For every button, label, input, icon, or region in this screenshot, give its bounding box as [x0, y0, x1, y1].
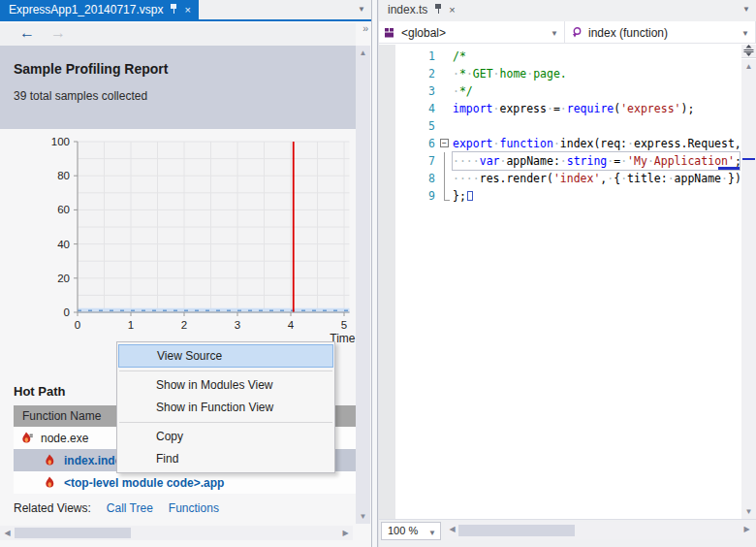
code-text[interactable]: };: [453, 187, 740, 205]
code-line-1[interactable]: 1/*: [379, 48, 741, 65]
context-menu: View SourceShow in Modules ViewShow in F…: [116, 341, 335, 473]
related-view-link-call-tree[interactable]: Call Tree: [107, 501, 153, 515]
line-number: 7: [395, 152, 435, 170]
code-text[interactable]: ·*·GET·home·page.: [453, 65, 740, 82]
tab-title: ExpressApp1_20140717.vspx: [9, 3, 163, 16]
editor-split-grip[interactable]: [741, 45, 756, 58]
code-text[interactable]: export·function·index(req:·express.Reque…: [453, 135, 740, 152]
tab-list-dropdown-icon[interactable]: ▼: [358, 5, 365, 14]
editor-vertical-scrollbar[interactable]: ▲ ▼: [741, 59, 756, 519]
report-horizontal-scrollbar[interactable]: ◀ ▶: [0, 526, 353, 540]
svg-text:5: 5: [341, 319, 347, 331]
svg-text:0: 0: [75, 319, 80, 331]
code-line-6[interactable]: 6−export·function·index(req:·express.Req…: [379, 135, 741, 152]
code-line-5[interactable]: 5: [379, 117, 741, 135]
split-handle-icon: [743, 45, 754, 56]
svg-text:2: 2: [181, 319, 187, 331]
cpu-usage-chart[interactable]: 020406080100012345Time: [24, 131, 359, 348]
line-number: 4: [395, 100, 435, 117]
related-view-link-functions[interactable]: Functions: [169, 501, 219, 515]
tab-index-ts[interactable]: index.ts ×: [379, 0, 463, 19]
chevron-down-icon: ▼: [428, 529, 436, 537]
scroll-down-icon[interactable]: ▼: [741, 504, 756, 519]
svg-text:1: 1: [128, 319, 134, 331]
fold-guide-line: [444, 152, 445, 170]
code-line-8[interactable]: 8····res.render('index',·{·title:·appNam…: [379, 170, 741, 187]
table-row[interactable]: <top-level module code>.app: [14, 471, 356, 494]
line-number: 1: [395, 48, 435, 65]
svg-text:3: 3: [235, 319, 240, 331]
toolbar-overflow-icon[interactable]: ››: [362, 23, 367, 34]
scroll-left-icon[interactable]: ◀: [0, 526, 15, 540]
chart-svg: 020406080100012345Time: [24, 131, 359, 348]
related-views-label: Related Views:: [14, 501, 91, 515]
scrollbar-thumb[interactable]: [15, 528, 131, 538]
right-tab-strip: index.ts × ▼: [379, 0, 756, 21]
close-icon[interactable]: ×: [449, 5, 455, 16]
code-line-3[interactable]: 3·*/: [379, 82, 741, 100]
member-dropdown[interactable]: index (function) ▼: [565, 21, 756, 44]
menu-separator: [119, 422, 332, 423]
line-number: 9: [395, 187, 435, 205]
report-title: Sample Profiling Report: [14, 61, 356, 77]
menu-item-copy[interactable]: Copy: [117, 426, 334, 448]
module-icon: [385, 28, 395, 38]
menu-item-show-in-modules-view[interactable]: Show in Modules View: [117, 374, 334, 397]
scope-dropdown[interactable]: <global> ▼: [379, 21, 565, 44]
scrollbar-thumb[interactable]: [458, 525, 575, 536]
code-text[interactable]: ····var·appName:·string·=·'My·Applicatio…: [453, 152, 740, 170]
code-line-2[interactable]: 2·*·GET·home·page.: [379, 65, 741, 82]
close-icon[interactable]: ×: [184, 5, 190, 16]
chevron-down-icon: ▼: [551, 29, 558, 38]
menu-item-show-in-function-view[interactable]: Show in Function View: [117, 397, 334, 419]
fold-margin-empty: [439, 48, 453, 65]
code-editor[interactable]: 1/*2·*·GET·home·page.3·*/4import·express…: [379, 45, 741, 519]
fold-guide-line: [444, 187, 445, 200]
code-text[interactable]: /*: [453, 48, 740, 65]
forward-button: →: [50, 24, 66, 42]
zoom-level-dropdown[interactable]: 100 % ▼: [381, 522, 441, 540]
code-line-7[interactable]: 7····var·appName:·string·=·'My·Applicati…: [379, 152, 741, 170]
editor-horizontal-scrollbar[interactable]: ◀ ▶: [445, 522, 754, 539]
editor-bottom-bar: 100 % ▼ ◀ ▶: [379, 519, 756, 540]
report-header: Sample Profiling Report 39 total samples…: [0, 46, 356, 129]
code-text[interactable]: ·*/: [453, 82, 740, 100]
pane-splitter[interactable]: [371, 0, 378, 547]
report-toolbar: ← → ››: [0, 23, 356, 46]
fold-margin: [439, 170, 453, 187]
scroll-up-icon[interactable]: ▲: [741, 59, 756, 74]
fold-margin: [439, 152, 453, 170]
fold-margin-empty: [439, 100, 453, 117]
svg-text:100: 100: [51, 136, 70, 147]
hot-path-title: Hot Path: [14, 384, 65, 399]
back-button[interactable]: ←: [19, 24, 35, 42]
menu-item-view-source[interactable]: View Source: [118, 344, 333, 368]
report-vertical-scrollbar[interactable]: ▲ ▼: [356, 46, 370, 524]
fold-guide-end: [444, 200, 450, 201]
line-number: 3: [395, 82, 435, 100]
scroll-right-icon[interactable]: ▶: [740, 522, 754, 536]
function-name[interactable]: <top-level module code>.app: [64, 476, 224, 490]
svg-text:4: 4: [288, 319, 295, 331]
chevron-down-icon: ▼: [741, 29, 749, 38]
code-text[interactable]: import·express·=·require('express');: [453, 100, 740, 117]
code-text[interactable]: ····res.render('index',·{·title:·appName…: [453, 170, 740, 187]
code-line-9[interactable]: 9};: [379, 187, 741, 205]
scroll-down-icon[interactable]: ▼: [356, 509, 370, 524]
scroll-right-icon[interactable]: ▶: [338, 526, 353, 540]
menu-item-find[interactable]: Find: [117, 448, 334, 470]
code-line-4[interactable]: 4import·express·=·require('express');: [379, 100, 741, 117]
scroll-left-icon[interactable]: ◀: [445, 522, 459, 536]
code-editor-pane: index.ts × ▼ <global> ▼: [378, 0, 756, 547]
scroll-up-icon[interactable]: ▲: [356, 46, 370, 60]
pin-icon[interactable]: [170, 4, 177, 16]
tab-expressapp-vspx[interactable]: ExpressApp1_20140717.vspx ×: [0, 0, 199, 19]
fold-margin[interactable]: −: [439, 135, 453, 152]
pin-icon[interactable]: [434, 4, 442, 16]
collapse-region-icon[interactable]: −: [440, 139, 449, 147]
tab-list-dropdown-icon[interactable]: ▼: [742, 5, 750, 14]
fold-margin: [439, 187, 453, 205]
flame-icon: [45, 476, 56, 489]
zoom-level-value: 100 %: [388, 525, 418, 536]
function-name[interactable]: node.exe: [41, 432, 88, 445]
